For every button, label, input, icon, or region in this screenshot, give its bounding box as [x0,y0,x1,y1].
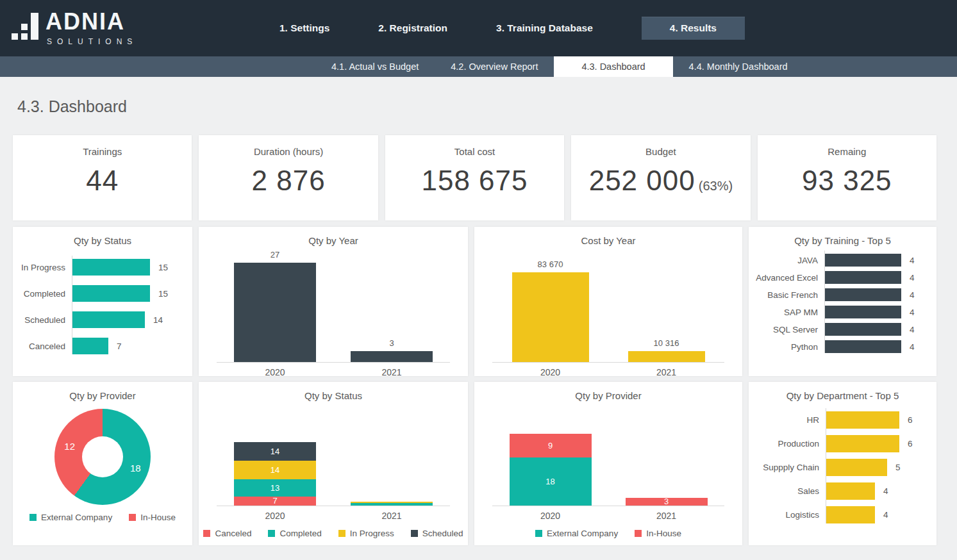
bar-segment: 18 [510,457,592,506]
column: 10 316 [628,338,705,362]
category-label: Completed [13,289,72,299]
kpi-card-duration: Duration (hours) 2 876 [199,135,378,220]
bar-row: JAVA4 [749,254,936,267]
kpi-value: 2 876 [199,165,378,197]
tab-overview-report[interactable]: 4.2. Overview Report [435,56,554,77]
value-label: 4 [910,273,915,283]
category-label: Advanced Excel [749,273,824,283]
bar [72,338,108,354]
x-axis: 20202021 [217,367,450,376]
bar-row: Scheduled14 [13,311,192,328]
legend-item: Completed [268,529,321,538]
value-label: 4 [910,256,915,265]
chart-title: Cost by Year [474,235,742,246]
legend-swatch [338,530,345,537]
legend-label: Canceled [215,529,251,538]
x-tick-label: 2021 [333,367,450,376]
bar-segment: 13 [234,479,316,497]
bar [628,351,705,362]
qty-by-provider-stacked-chart: 918320202021External CompanyIn-House [474,405,742,538]
value-label: 9 [548,441,553,450]
bar-row: Python4 [749,340,936,353]
bar [826,459,887,476]
value-label: 14 [270,447,279,456]
category-label: SAP MM [749,308,824,317]
kpi-label: Remaing [758,146,936,157]
x-tick-label: 2020 [217,367,333,376]
kpi-value: 252 000(63%) [571,165,750,197]
stacked-bar: 1414137 [234,442,316,506]
bar [72,285,150,302]
value-label: 6 [908,439,913,449]
legend: CanceledCompletedIn ProgressScheduled [199,529,468,538]
legend-swatch [535,530,542,537]
nav-item-training-database[interactable]: 3. Training Database [496,22,593,34]
kpi-number: 252 000 [589,165,695,196]
nav-item-results[interactable]: 4. Results [642,17,745,40]
value-label: 4 [910,342,915,352]
bar [234,263,316,362]
kpi-label: Trainings [13,146,192,157]
value-label: 7 [272,497,277,505]
legend-label: In-House [140,513,176,522]
x-tick-label: 2021 [608,511,724,521]
kpi-value: 158 675 [385,165,564,197]
x-axis: 20202021 [492,511,724,521]
chart-card-qty-by-provider-stacked: Qty by Provider 918320202021External Com… [474,382,742,545]
legend: External CompanyIn-House [13,513,192,522]
value-label: 18 [130,462,141,473]
stacked-bar: 3 [626,498,708,506]
legend-item: Scheduled [411,529,463,538]
x-tick-label: 2021 [608,367,724,376]
column: 83 670 [512,259,589,362]
value-label: 18 [545,477,554,486]
value-label: 15 [158,263,168,272]
column: 27 [234,250,316,362]
chart-card-cost-by-year: Cost by Year 83 67010 31620202021 [474,227,742,376]
nav-item-registration[interactable]: 2. Registration [378,22,447,34]
legend-label: External Company [547,529,618,538]
bar-row: SQL Server4 [749,323,936,336]
category-label: Scheduled [13,315,72,325]
y-axis-line [826,408,826,523]
bar [824,306,901,318]
category-label: Canceled [13,342,72,351]
cost-by-year-column-chart: 83 67010 31620202021 [474,250,742,376]
value-label: 10 316 [654,338,679,348]
legend-label: Completed [279,529,321,538]
value-label: 4 [883,510,888,520]
chart-title: Qty by Status [13,235,192,246]
legend-label: External Company [41,513,112,522]
chart-title: Qty by Training - Top 5 [749,235,936,246]
nav-item-settings[interactable]: 1. Settings [279,22,329,34]
bar [824,288,901,301]
kpi-label: Duration (hours) [199,146,378,157]
bar [72,259,150,276]
legend-item: In-House [635,529,681,538]
category-label: Logistics [749,510,826,520]
category-label: SQL Server [749,325,824,334]
logo-texts: ADNIA SOLUTIONS [46,10,137,46]
bar-row: Advanced Excel4 [749,271,936,284]
legend-item: In Progress [338,529,394,538]
value-label: 5 [895,463,901,472]
x-tick-label: 2020 [217,511,333,521]
value-label: 14 [153,315,163,325]
category-label: Python [749,342,824,352]
chart-title: Qty by Provider [13,390,192,401]
category-label: HR [749,415,826,425]
bar-segment: 14 [234,442,316,461]
value-label: 14 [270,466,279,474]
tab-actual-vs-budget[interactable]: 4.1. Actual vs Budget [315,56,435,77]
bar-segment: 7 [234,497,316,506]
tab-monthly-dashboard[interactable]: 4.4. Monthly Dashboard [673,56,804,77]
chart-title: Qty by Status [199,390,468,401]
y-axis-line [72,256,72,354]
bar [826,435,899,452]
legend-item: In-House [129,513,176,522]
chart-card-qty-by-status-stacked: Qty by Status 141413720202021CanceledCom… [199,382,468,545]
tab-dashboard[interactable]: 4.3. Dashboard [554,56,672,77]
value-label: 4 [883,486,888,496]
top-navbar: ADNIA SOLUTIONS 1. Settings 2. Registrat… [0,0,957,56]
kpi-card-budget: Budget 252 000(63%) [571,135,750,220]
